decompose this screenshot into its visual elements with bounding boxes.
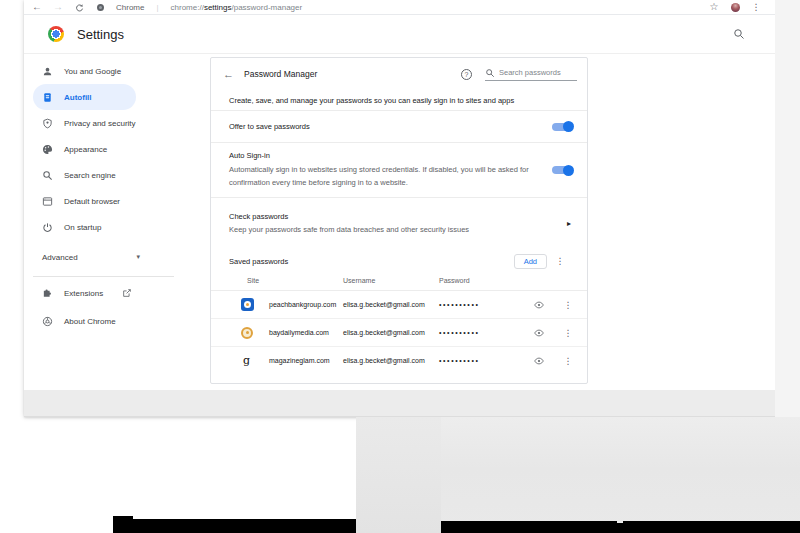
back-arrow-icon[interactable]: ← [223, 68, 235, 80]
chrome-outline-icon [42, 316, 53, 327]
window-footer-band [24, 390, 775, 417]
intro-text: Create, save, and manage your passwords … [211, 90, 587, 111]
palette-icon [42, 144, 53, 155]
settings-header: Settings [24, 15, 775, 54]
browser-icon [42, 196, 53, 207]
check-passwords-description: Keep your passwords safe from data breac… [229, 225, 567, 234]
url-host: settings [204, 3, 232, 12]
saved-passwords-menu-icon[interactable]: ⋮ [547, 256, 573, 266]
site-cell[interactable]: peachbankgroup.com [269, 301, 343, 308]
row-menu-icon[interactable]: ⋮ [554, 300, 582, 310]
show-password-eye-icon[interactable] [524, 356, 554, 366]
sidebar-item-label: On startup [64, 223, 101, 232]
site-cell[interactable]: baydailymedia.com [269, 329, 343, 336]
sidebar-item-label: Autofill [64, 93, 92, 102]
saved-passwords-label: Saved passwords [229, 257, 514, 266]
table-row: g magazineglam.com elisa.g.becket@gmail.… [211, 347, 587, 374]
browser-toolbar: ← → Chrome | chrome://settings/password-… [24, 0, 775, 15]
card-title: Password Manager [244, 69, 317, 79]
sidebar-item-privacy-and-security[interactable]: Privacy and security [33, 110, 136, 136]
puzzle-icon [42, 288, 53, 299]
back-icon[interactable]: ← [32, 2, 42, 12]
person-icon [42, 66, 53, 77]
browser-menu-icon[interactable]: ⋮ [751, 2, 761, 12]
chevron-down-icon: ▾ [136, 253, 140, 261]
chevron-right-icon: ▸ [567, 219, 571, 228]
auto-signin-row: Auto Sign-in Automatically sign in to we… [211, 143, 587, 198]
offer-to-save-toggle[interactable] [552, 123, 573, 131]
background-gray-panel [441, 417, 800, 533]
sidebar-item-label: About Chrome [64, 317, 116, 326]
settings-body: You and Google Autofill Privacy and secu… [24, 54, 775, 390]
check-passwords-row[interactable]: Check passwords Keep your passwords safe… [211, 198, 587, 248]
add-password-button[interactable]: Add [514, 254, 547, 269]
address-bar-url[interactable]: chrome://settings/password-manager [171, 3, 303, 12]
password-mask: •••••••••• [439, 329, 524, 336]
sidebar-advanced-toggle[interactable]: Advanced ▾ [24, 244, 210, 270]
sidebar-item-label: You and Google [64, 67, 121, 76]
site-favicon: g [243, 355, 269, 366]
sidebar-item-label: Appearance [64, 145, 107, 154]
page-title: Settings [77, 27, 124, 42]
external-link-icon [122, 288, 132, 298]
passwords-table-header: Site Username Password [211, 274, 587, 291]
reload-icon[interactable] [74, 2, 84, 12]
advanced-label: Advanced [42, 253, 78, 262]
help-icon[interactable]: ? [461, 69, 472, 80]
row-menu-icon[interactable]: ⋮ [554, 328, 582, 338]
sidebar-item-autofill[interactable]: Autofill [33, 84, 136, 110]
sidebar-divider [33, 276, 174, 277]
password-mask: •••••••••• [439, 301, 524, 308]
url-path: /password-manager [231, 3, 302, 12]
sidebar-item-extensions[interactable]: Extensions [24, 279, 210, 307]
background-right-strip [775, 0, 800, 417]
saved-passwords-header: Saved passwords Add ⋮ [211, 248, 587, 274]
sidebar-item-default-browser[interactable]: Default browser [33, 188, 136, 214]
settings-search-icon[interactable] [733, 28, 745, 40]
row-menu-icon[interactable]: ⋮ [554, 356, 582, 366]
site-favicon [241, 298, 254, 311]
site-cell[interactable]: magazineglam.com [269, 357, 343, 364]
search-icon [485, 68, 495, 78]
auto-signin-label: Auto Sign-in [229, 151, 529, 160]
sidebar-item-about-chrome[interactable]: About Chrome [24, 307, 210, 335]
table-row: peachbankgroup.com elisa.g.becket@gmail.… [211, 291, 587, 319]
cropped-text-block-left [113, 519, 356, 533]
sidebar-item-label: Default browser [64, 197, 120, 206]
profile-avatar[interactable] [730, 2, 740, 12]
table-row: baydailymedia.com elisa.g.becket@gmail.c… [211, 319, 587, 347]
address-bar-separator: | [156, 3, 158, 12]
sidebar-item-appearance[interactable]: Appearance [33, 136, 136, 162]
username-cell: elisa.g.becket@gmail.com [343, 301, 439, 308]
card-header: ← Password Manager ? [211, 58, 587, 90]
username-cell: elisa.g.becket@gmail.com [343, 329, 439, 336]
site-favicon [241, 327, 253, 339]
password-mask: •••••••••• [439, 357, 524, 364]
page-info-icon[interactable] [95, 2, 105, 12]
screenshot-canvas: ← → Chrome | chrome://settings/password-… [0, 0, 800, 533]
sidebar-item-label: Search engine [64, 171, 116, 180]
show-password-eye-icon[interactable] [524, 328, 554, 338]
forward-icon[interactable]: → [53, 2, 63, 12]
settings-main: ← Password Manager ? Create, save, and m… [210, 54, 775, 390]
sidebar-item-search-engine[interactable]: Search engine [33, 162, 136, 188]
password-manager-card: ← Password Manager ? Create, save, and m… [210, 57, 588, 384]
search-passwords-input[interactable] [499, 68, 577, 77]
sidebar-item-on-startup[interactable]: On startup [33, 214, 136, 240]
autofill-icon [42, 92, 53, 103]
column-password: Password [439, 277, 470, 284]
auto-signin-description: Automatically sign in to websites using … [229, 163, 529, 189]
sidebar-item-you-and-google[interactable]: You and Google [33, 58, 136, 84]
address-bar-page-label[interactable]: Chrome [116, 3, 144, 12]
username-cell: elisa.g.becket@gmail.com [343, 357, 439, 364]
settings-sidebar: You and Google Autofill Privacy and secu… [24, 54, 210, 390]
bookmark-star-icon[interactable]: ☆ [709, 2, 719, 12]
auto-signin-toggle[interactable] [552, 166, 573, 174]
power-icon [42, 222, 53, 233]
offer-to-save-label: Offer to save passwords [229, 122, 310, 131]
sidebar-item-label: Privacy and security [64, 119, 136, 128]
shield-icon [42, 118, 53, 129]
show-password-eye-icon[interactable] [524, 300, 554, 310]
cropped-text-block-left [113, 516, 133, 520]
url-scheme: chrome:// [171, 3, 204, 12]
